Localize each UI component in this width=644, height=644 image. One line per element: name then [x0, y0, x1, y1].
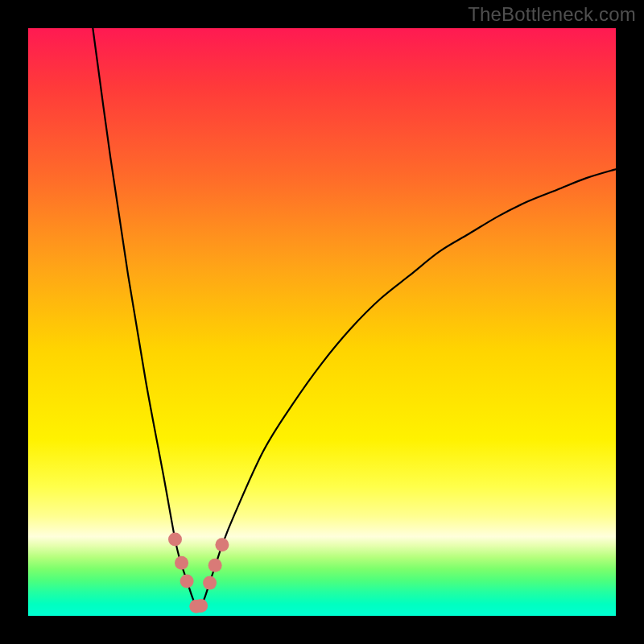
- marker-dot: [208, 559, 222, 572]
- marker-dot: [168, 533, 182, 547]
- plot-area: [28, 28, 616, 616]
- chart-frame: TheBottleneck.com: [0, 0, 644, 644]
- marker-dot: [180, 574, 194, 588]
- watermark-text: TheBottleneck.com: [468, 3, 636, 26]
- curve-path: [93, 28, 616, 608]
- marker-dot: [203, 576, 217, 590]
- marker-dot: [175, 556, 188, 570]
- bottleneck-curve: [28, 28, 616, 616]
- curve-markers: [168, 533, 229, 613]
- marker-dot: [194, 599, 208, 613]
- marker-dot: [215, 538, 229, 551]
